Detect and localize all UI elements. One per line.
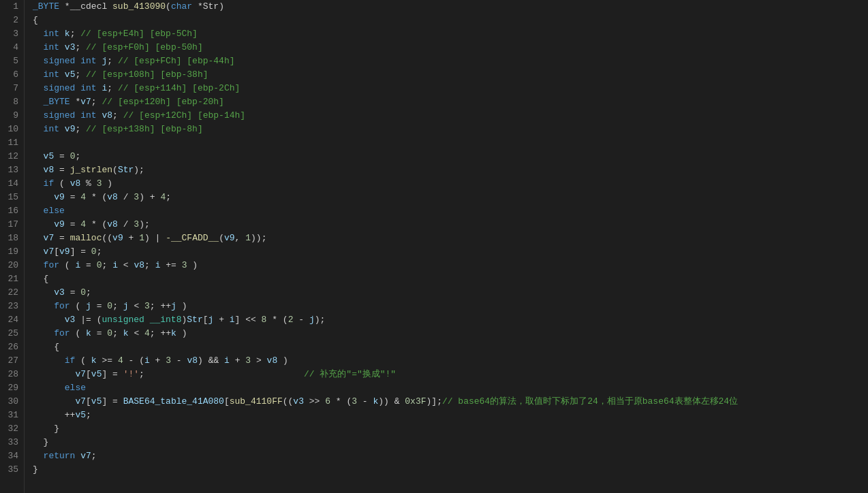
line-number: 27: [5, 354, 18, 368]
code-content[interactable]: _BYTE *__cdecl sub_413090(char *Str){ in…: [25, 0, 868, 493]
code-line: return v7;: [33, 449, 868, 463]
code-line: }: [33, 463, 868, 477]
code-line: v3 = 0;: [33, 286, 868, 300]
line-number: 20: [5, 259, 18, 272]
code-line: if ( v8 % 3 ): [33, 177, 868, 191]
code-line: [33, 136, 868, 150]
code-line: for ( k = 0; k < 4; ++k ): [33, 327, 868, 340]
code-line: _BYTE *__cdecl sub_413090(char *Str): [33, 0, 868, 14]
line-number: 30: [5, 395, 18, 409]
code-line: v7[v5] = BASE64_table_41A080[sub_4110FF(…: [33, 395, 868, 409]
code-line: int v3; // [esp+F0h] [ebp-50h]: [33, 41, 868, 54]
line-number: 9: [5, 109, 18, 123]
line-number: 25: [5, 327, 18, 340]
code-line: v3 |= (unsigned __int8)Str[j + i] << 8 *…: [33, 313, 868, 327]
line-number: 22: [5, 286, 18, 300]
line-number: 5: [5, 54, 18, 68]
line-number: 35: [5, 463, 18, 477]
line-number: 21: [5, 272, 18, 286]
code-line: }: [33, 436, 868, 449]
code-line: v9 = 4 * (v8 / 3);: [33, 218, 868, 232]
code-line: {: [33, 14, 868, 27]
line-number: 4: [5, 41, 18, 54]
code-line: {: [33, 272, 868, 286]
line-number: 13: [5, 163, 18, 177]
line-number: 2: [5, 14, 18, 27]
code-line: v7[v9] = 0;: [33, 245, 868, 259]
code-line: v7 = malloc((v9 + 1) | -__CFADD__(v9, 1)…: [33, 232, 868, 245]
code-line: _BYTE *v7; // [esp+120h] [ebp-20h]: [33, 95, 868, 109]
line-number: 33: [5, 436, 18, 449]
line-number: 12: [5, 150, 18, 163]
line-numbers: 1234567891011121314151617181920212223242…: [0, 0, 25, 493]
line-number: 26: [5, 340, 18, 354]
code-line: v8 = j_strlen(Str);: [33, 163, 868, 177]
line-number: 11: [5, 136, 18, 150]
code-line: for ( j = 0; j < 3; ++j ): [33, 300, 868, 313]
code-line: v9 = 4 * (v8 / 3) + 4;: [33, 191, 868, 204]
line-number: 19: [5, 245, 18, 259]
code-editor: 1234567891011121314151617181920212223242…: [0, 0, 868, 493]
code-line: int v9; // [esp+138h] [ebp-8h]: [33, 123, 868, 136]
line-number: 1: [5, 0, 18, 14]
code-line: {: [33, 340, 868, 354]
code-line: v7[v5] = '!'; // 补充的"="换成"!": [33, 368, 868, 381]
line-number: 6: [5, 68, 18, 82]
code-line: int k; // [esp+E4h] [ebp-5Ch]: [33, 27, 868, 41]
line-number: 14: [5, 177, 18, 191]
code-line: else: [33, 204, 868, 218]
line-number: 17: [5, 218, 18, 232]
line-number: 34: [5, 449, 18, 463]
code-line: if ( k >= 4 - (i + 3 - v8) && i + 3 > v8…: [33, 354, 868, 368]
line-number: 32: [5, 422, 18, 436]
code-line: }: [33, 422, 868, 436]
line-number: 10: [5, 123, 18, 136]
code-line: signed int v8; // [esp+12Ch] [ebp-14h]: [33, 109, 868, 123]
code-line: v5 = 0;: [33, 150, 868, 163]
line-number: 29: [5, 381, 18, 395]
line-number: 7: [5, 82, 18, 95]
line-number: 24: [5, 313, 18, 327]
code-line: int v5; // [esp+108h] [ebp-38h]: [33, 68, 868, 82]
line-number: 31: [5, 409, 18, 422]
line-number: 16: [5, 204, 18, 218]
line-number: 28: [5, 368, 18, 381]
code-line: signed int i; // [esp+114h] [ebp-2Ch]: [33, 82, 868, 95]
line-number: 23: [5, 300, 18, 313]
line-number: 18: [5, 232, 18, 245]
code-line: for ( i = 0; i < v8; i += 3 ): [33, 259, 868, 272]
code-line: else: [33, 381, 868, 395]
line-number: 8: [5, 95, 18, 109]
line-number: 3: [5, 27, 18, 41]
line-number: 15: [5, 191, 18, 204]
code-line: signed int j; // [esp+FCh] [ebp-44h]: [33, 54, 868, 68]
code-line: ++v5;: [33, 409, 868, 422]
